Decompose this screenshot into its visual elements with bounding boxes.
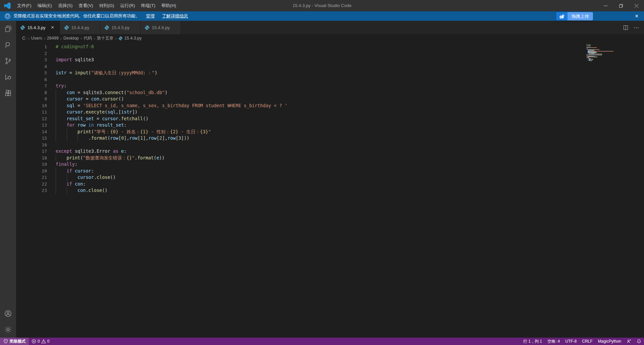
minimap-segment [590,47,596,48]
code-line[interactable]: 23 con.close() [16,187,644,194]
shield-icon [5,13,10,19]
breadcrumb-item[interactable]: 第十五章 [97,36,114,41]
menu-item[interactable]: 终端(T) [138,0,158,11]
code-line[interactable]: 13 for row in result_set: [16,122,644,129]
minimap-segment [601,55,602,55]
banner-close-icon[interactable]: ✕ [635,11,639,21]
code-line[interactable]: 5istr = input("请输入生日（yyyyMMdd）：") [16,70,644,76]
code-line[interactable]: 21 cursor.close() [16,174,644,181]
menu-item[interactable]: 帮助(H) [158,0,179,11]
code-token: sql [107,109,115,115]
tab-15.4.6.py[interactable]: 15.4.6.py [141,21,181,34]
code-line[interactable]: 14 print("学号：{0} - 姓名：{1} - 性别：{2} - 生日：… [16,129,644,135]
code-token: " [208,129,211,134]
split-editor-icon[interactable] [621,23,630,32]
breadcrumb-item[interactable]: 26499 [47,36,59,41]
code-line[interactable]: 22 if con: [16,181,644,188]
code-line[interactable]: 10 sql = 'SELECT s_id, s_name, s_sex, s_… [16,102,644,109]
menu-item[interactable]: 文件(F) [14,0,35,11]
restore-button[interactable] [613,0,629,11]
more-actions-icon[interactable]: ⋯ [632,23,641,32]
code-token: row [167,135,175,141]
indent-guide [56,129,56,135]
code-token: 2 [159,135,162,141]
breadcrumb-item[interactable]: 代码 [84,36,92,41]
extensions-icon[interactable] [0,85,16,101]
menu-item[interactable]: 转到(G) [96,0,117,11]
status-cursor-position[interactable]: 行 1，列 1 [521,338,545,345]
line-number: 20 [16,168,47,175]
code-line[interactable]: 15 .format(row[0],row[1],row[2],row[3])) [16,135,644,142]
account-icon[interactable] [0,305,16,322]
code-token: try [56,83,64,88]
status-language-mode[interactable]: MagicPython [595,338,624,345]
line-number: 11 [16,109,47,116]
breadcrumb-item[interactable]: C: [22,36,26,41]
breadcrumb-label: 26499 [47,36,59,41]
code-token: cursor [75,168,91,174]
minimap-segment [596,47,597,48]
code-line[interactable]: 16 [16,142,644,148]
indent-guide [56,181,56,188]
line-number: 22 [16,181,47,188]
code-line[interactable]: 18 print("数据查询发生错误：{}".format(e)) [16,155,644,161]
code-token: close [97,175,110,180]
code-editor[interactable]: 1# coding=utf-823import sqlite345istr = … [16,42,644,338]
menu-item[interactable]: 运行(R) [117,0,138,11]
code-line[interactable]: 6 [16,76,644,83]
minimap[interactable] [584,44,644,61]
search-icon[interactable] [0,37,16,53]
breadcrumb-label: 15.4.3.py [124,36,142,41]
code-line[interactable]: 9 cursor = con.cursor() [16,96,644,102]
line-number: 17 [16,148,47,155]
tab-close-icon[interactable]: ✕ [50,24,56,30]
settings-gear-icon[interactable] [0,322,16,338]
menu-item[interactable]: 编辑(E) [35,0,55,11]
menu-item[interactable]: 查看(V) [75,0,96,11]
code-line[interactable]: 17except sqlite3.Error as e: [16,148,644,155]
breadcrumb-item[interactable]: Desktop [63,36,79,41]
netdisk-cloud-icon [556,12,568,20]
breadcrumb-separator: › [80,36,82,41]
notifications-bell-icon[interactable] [634,338,644,345]
code-line[interactable]: 1# coding=utf-8 [16,44,644,50]
code-line[interactable]: 12 result_set = cursor.fetchall() [16,116,644,122]
code-line[interactable]: 8 con = sqlite3.connect("school_db.db") [16,89,644,96]
code-line[interactable]: 19finally: [16,161,644,168]
code-line[interactable]: 7try: [16,83,644,89]
code-line[interactable]: 4 [16,63,644,70]
feedback-icon[interactable] [624,338,634,345]
run-debug-icon[interactable] [0,69,16,85]
code-text: # coding=utf-8 [56,44,94,50]
tab-15.4.4.py[interactable]: 15.4.4.py [60,21,100,34]
menu-item[interactable]: 选择(S) [55,0,75,11]
code-line[interactable]: 2 [16,50,644,57]
code-line[interactable]: 20 if cursor: [16,168,644,175]
banner-manage-link[interactable]: 管理 [146,13,155,19]
breadcrumb-separator: › [94,36,95,41]
status-eol[interactable]: CRLF [579,338,595,345]
code-text: finally: [56,161,77,168]
status-encoding[interactable]: UTF-8 [562,338,579,345]
banner-learn-more-link[interactable]: 了解详细信息 [162,13,188,19]
tab-15.4.5.py[interactable]: 15.4.5.py [100,21,141,34]
python-file-icon [64,25,69,30]
breadcrumb-item[interactable]: Users [31,36,42,41]
tab-15.4.3.py[interactable]: 15.4.3.py✕ [16,21,60,34]
breadcrumb-item[interactable]: 15.4.3.py [118,36,142,41]
status-restricted-mode[interactable]: 受限模式 [0,338,29,345]
code-token: ]) [132,109,138,115]
code-line[interactable]: 3import sqlite3 [16,57,644,63]
code-line[interactable]: 11 cursor.execyte(sql,[istr]) [16,109,644,116]
source-control-icon[interactable] [0,53,16,69]
breadcrumb-separator: › [44,36,45,41]
close-window-button[interactable] [629,0,644,11]
drag-upload-button[interactable]: 拖拽上传 [556,12,593,20]
code-text: except sqlite3.Error as e: [56,148,126,155]
code-token: = [75,103,83,108]
code-token [72,168,75,174]
minimize-button[interactable] [598,0,613,11]
explorer-icon[interactable] [0,21,16,37]
status-indentation[interactable]: 空格: 4 [545,338,562,345]
status-problems[interactable]: 0 0 [29,338,52,345]
